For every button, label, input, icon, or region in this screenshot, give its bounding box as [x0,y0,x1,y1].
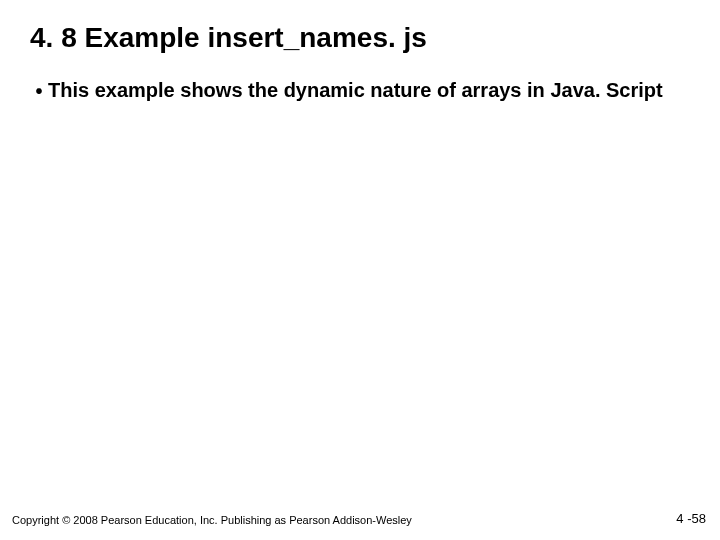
slide-title: 4. 8 Example insert_names. js [30,22,690,54]
page-number: 4 -58 [676,511,706,526]
copyright-text: Copyright © 2008 Pearson Education, Inc.… [12,514,412,526]
bullet-dot-icon: • [30,79,48,104]
bullet-text: This example shows the dynamic nature of… [48,78,690,103]
slide-body: • This example shows the dynamic nature … [30,78,690,104]
bullet-item: • This example shows the dynamic nature … [30,78,690,104]
slide: 4. 8 Example insert_names. js • This exa… [0,0,720,540]
